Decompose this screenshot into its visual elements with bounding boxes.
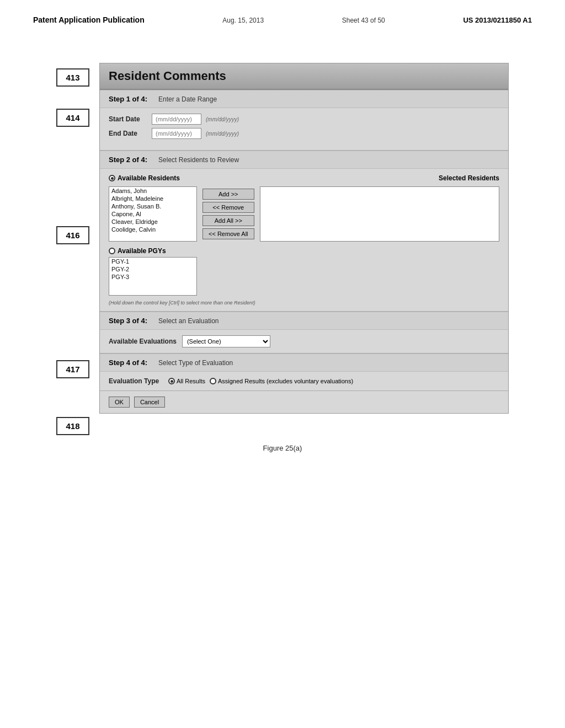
end-date-hint: (mm/dd/yyyy) bbox=[206, 131, 239, 137]
available-residents-radio[interactable]: Available Residents bbox=[109, 174, 180, 182]
resident-albright[interactable]: Albright, Madeleine bbox=[109, 195, 196, 202]
evaluations-select[interactable]: (Select One) bbox=[182, 335, 270, 347]
label-417: 417 bbox=[56, 360, 89, 378]
figure-caption: Figure 25(a) bbox=[263, 444, 302, 452]
step2-label: Step 2 of 4: bbox=[109, 156, 147, 164]
ctrl-hint: (Hold down the control key [Ctrl] to sel… bbox=[109, 300, 499, 306]
step2-desc: Select Residents to Review bbox=[158, 156, 239, 164]
remove-button[interactable]: << Remove bbox=[202, 202, 254, 213]
add-button[interactable]: Add >> bbox=[202, 189, 254, 200]
residents-header: Available Residents Selected Residents bbox=[109, 174, 499, 182]
diagram-area: 413 414 416 417 418 Resident Comments St… bbox=[56, 63, 509, 435]
resident-cleaver[interactable]: Cleaver, Eldridge bbox=[109, 218, 196, 226]
pgy3-item[interactable]: PGY-3 bbox=[109, 273, 196, 281]
step3-desc: Select an Evaluation bbox=[158, 317, 218, 325]
eval-type-section: Evaluation Type All Results Assigned Res… bbox=[100, 372, 508, 391]
label-414: 414 bbox=[56, 109, 89, 127]
radio-all-results bbox=[168, 378, 175, 384]
publication-title: Patent Application Publication bbox=[33, 15, 145, 24]
start-date-label: Start Date bbox=[109, 115, 147, 123]
transfer-buttons-col: Add >> << Remove Add All >> << Remove Al… bbox=[202, 189, 254, 239]
residents-section: Available Residents Selected Residents A… bbox=[100, 169, 508, 312]
end-date-input[interactable] bbox=[152, 128, 201, 139]
residents-lists-row: Adams, John Albright, Madeleine Anthony,… bbox=[109, 186, 499, 242]
footer-section: OK Cancel bbox=[100, 391, 508, 413]
start-date-input[interactable] bbox=[152, 114, 201, 125]
evaluations-section: Available Evaluations (Select One) bbox=[100, 330, 508, 354]
pgy2-item[interactable]: PGY-2 bbox=[109, 265, 196, 273]
pgy1-item[interactable]: PGY-1 bbox=[109, 258, 196, 265]
pgy-list[interactable]: PGY-1 PGY-2 PGY-3 bbox=[109, 257, 197, 296]
end-date-row: End Date (mm/dd/yyyy) bbox=[109, 128, 499, 139]
label-416: 416 bbox=[56, 226, 89, 244]
available-residents-label: Available Residents bbox=[118, 174, 180, 182]
resident-anthony[interactable]: Anthony, Susan B. bbox=[109, 202, 196, 210]
date-range-section: Start Date (mm/dd/yyyy) End Date (mm/dd/… bbox=[100, 108, 508, 151]
labels-column: 413 414 416 417 418 bbox=[56, 63, 89, 435]
sheet-info: Sheet 43 of 50 bbox=[342, 17, 385, 24]
eval-type-label: Evaluation Type bbox=[109, 377, 164, 385]
resident-coolidge[interactable]: Coolidge, Calvin bbox=[109, 226, 196, 233]
selected-residents-list[interactable] bbox=[260, 186, 499, 242]
available-pgys-radio[interactable]: Available PGYs bbox=[109, 247, 499, 255]
assigned-results-label: Assigned Results (excludes voluntary eva… bbox=[218, 378, 353, 384]
label-413: 413 bbox=[56, 68, 89, 87]
page-header: Patent Application Publication Aug. 15, … bbox=[0, 0, 565, 30]
cancel-button[interactable]: Cancel bbox=[134, 397, 165, 408]
ok-button[interactable]: OK bbox=[109, 397, 130, 408]
step4-desc: Select Type of Evaluation bbox=[158, 359, 233, 367]
step3-row: Step 3 of 4: Select an Evaluation bbox=[100, 312, 508, 330]
radio-assigned-results bbox=[210, 378, 216, 384]
step2-row: Step 2 of 4: Select Residents to Review bbox=[100, 151, 508, 169]
start-date-row: Start Date (mm/dd/yyyy) bbox=[109, 114, 499, 125]
label-418: 418 bbox=[56, 417, 89, 435]
radio-dot-available bbox=[109, 175, 115, 181]
selected-residents-label: Selected Residents bbox=[439, 174, 499, 182]
step1-desc: Enter a Date Range bbox=[158, 95, 217, 103]
all-results-label: All Results bbox=[177, 378, 205, 384]
patent-number: US 2013/0211850 A1 bbox=[463, 16, 532, 24]
end-date-label: End Date bbox=[109, 130, 147, 137]
assigned-results-radio-label[interactable]: Assigned Results (excludes voluntary eva… bbox=[210, 378, 353, 384]
pgy-section: Available PGYs PGY-1 PGY-2 PGY-3 bbox=[109, 247, 499, 296]
resident-adams[interactable]: Adams, John bbox=[109, 187, 196, 195]
resident-capone[interactable]: Capone, Al bbox=[109, 210, 196, 218]
all-results-radio-label[interactable]: All Results bbox=[168, 378, 205, 384]
panel-title: Resident Comments bbox=[100, 63, 508, 90]
add-all-button[interactable]: Add All >> bbox=[202, 215, 254, 226]
publication-date: Aug. 15, 2013 bbox=[222, 17, 264, 24]
available-residents-list[interactable]: Adams, John Albright, Madeleine Anthony,… bbox=[109, 186, 197, 242]
step1-row: Step 1 of 4: Enter a Date Range bbox=[100, 90, 508, 108]
main-content: 413 414 416 417 418 Resident Comments St… bbox=[0, 30, 565, 452]
radio-dot-pgy bbox=[109, 248, 115, 254]
remove-all-button[interactable]: << Remove All bbox=[202, 228, 254, 239]
step1-label: Step 1 of 4: bbox=[109, 95, 147, 103]
step4-row: Step 4 of 4: Select Type of Evaluation bbox=[100, 354, 508, 372]
available-pgys-label: Available PGYs bbox=[118, 247, 166, 255]
resident-comments-panel: Resident Comments Step 1 of 4: Enter a D… bbox=[99, 63, 509, 414]
step4-label: Step 4 of 4: bbox=[109, 358, 147, 367]
evaluations-label: Available Evaluations bbox=[109, 338, 177, 345]
start-date-hint: (mm/dd/yyyy) bbox=[206, 116, 239, 122]
step3-label: Step 3 of 4: bbox=[109, 317, 147, 325]
